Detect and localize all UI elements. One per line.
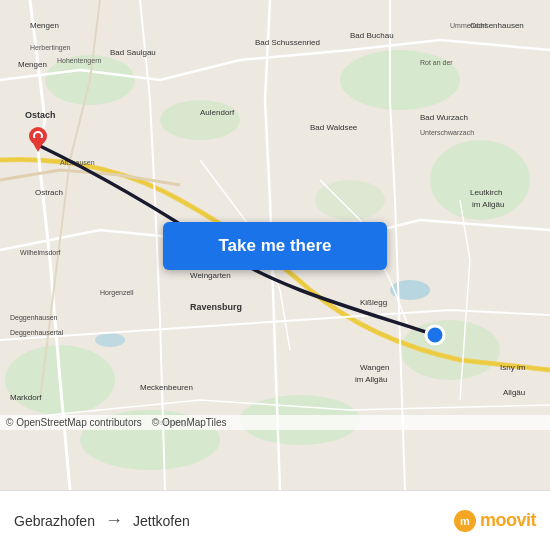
svg-text:Deggenhausertal: Deggenhausertal [10,329,64,337]
svg-text:im Allgäu: im Allgäu [355,375,387,384]
svg-text:m: m [460,515,470,527]
svg-text:Bad Schussenried: Bad Schussenried [255,38,320,47]
svg-text:Wilhelmsdorf: Wilhelmsdorf [20,249,61,256]
svg-text:Unterschwarzach: Unterschwarzach [420,129,474,136]
footer-bar: Gebrazhofen → Jettkofen m moovit [0,490,550,550]
svg-text:Horgenzell: Horgenzell [100,289,134,297]
svg-text:Rot an der: Rot an der [420,59,453,66]
moovit-logo-area: m moovit [454,510,536,532]
map-attribution: © OpenStreetMap contributors © OpenMapTi… [0,415,550,430]
svg-text:Ummendorf: Ummendorf [450,22,487,29]
svg-text:Bad Waldsee: Bad Waldsee [310,123,358,132]
svg-text:Meckenbeuren: Meckenbeuren [140,383,193,392]
svg-text:Wangen: Wangen [360,363,390,372]
svg-text:Weingarten: Weingarten [190,271,231,280]
svg-text:Mengen: Mengen [30,21,59,30]
svg-text:Allgäu: Allgäu [503,388,525,397]
svg-text:Hohentengern: Hohentengern [57,57,101,65]
svg-text:Deggenhausen: Deggenhausen [10,314,58,322]
moovit-logo-text: moovit [480,510,536,531]
svg-text:Mengen: Mengen [18,60,47,69]
svg-text:Bad Wurzach: Bad Wurzach [420,113,468,122]
footer-direction-arrow: → [105,510,123,531]
svg-text:Ravensburg: Ravensburg [190,302,242,312]
svg-text:Bad Buchau: Bad Buchau [350,31,394,40]
footer-from-location: Gebrazhofen [14,513,95,529]
take-me-there-button[interactable]: Take me there [163,222,387,270]
svg-text:Kißlegg: Kißlegg [360,298,387,307]
svg-text:Markdorf: Markdorf [10,393,42,402]
svg-text:Herbertingen: Herbertingen [30,44,71,52]
openmaptiles-attribution: © OpenMapTiles [152,417,227,428]
svg-text:Ostrach: Ostrach [35,188,63,197]
moovit-icon: m [454,510,476,532]
svg-text:Leutkirch: Leutkirch [470,188,502,197]
footer-to-location: Jettkofen [133,513,190,529]
map-container: Mengen Bad Saulgau Bad Schussenried Bad … [0,0,550,490]
svg-point-49 [426,326,444,344]
svg-text:Bad Saulgau: Bad Saulgau [110,48,156,57]
svg-point-7 [160,100,240,140]
svg-text:Aulendorf: Aulendorf [200,108,235,117]
svg-text:Ostach: Ostach [25,110,56,120]
osm-attribution: © OpenStreetMap contributors [6,417,142,428]
svg-text:Isny im: Isny im [500,363,526,372]
svg-point-11 [95,333,125,347]
svg-text:im Allgäu: im Allgäu [472,200,504,209]
